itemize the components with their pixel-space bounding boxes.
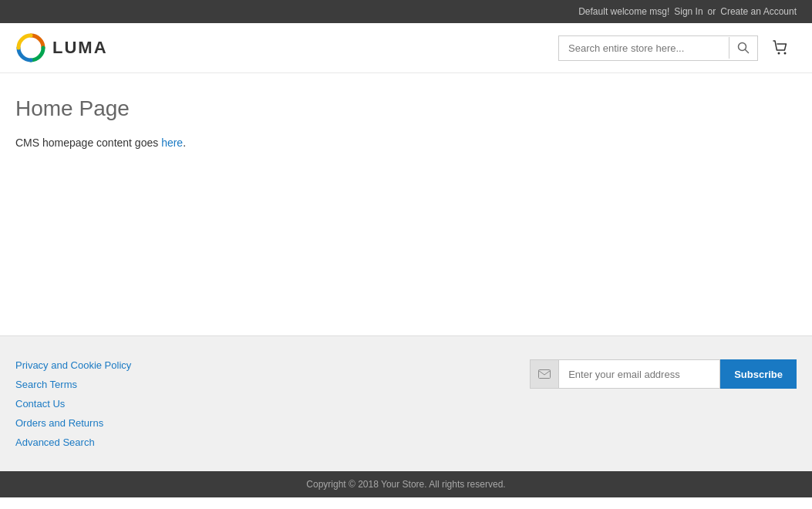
logo-icon bbox=[15, 32, 46, 63]
sign-in-link[interactable]: Sign In bbox=[674, 6, 702, 17]
footer-link-advanced-search[interactable]: Advanced Search bbox=[15, 437, 131, 448]
create-account-link[interactable]: Create an Account bbox=[720, 6, 797, 17]
cms-text-after: . bbox=[183, 137, 186, 149]
email-icon bbox=[538, 369, 551, 379]
search-icon bbox=[737, 42, 750, 54]
bottom-bar: Copyright © 2018 Your Store. All rights … bbox=[0, 471, 812, 497]
svg-line-2 bbox=[746, 50, 749, 53]
cms-content: CMS homepage content goes here. bbox=[15, 137, 797, 149]
copyright-text: Copyright © 2018 Your Store. All rights … bbox=[306, 479, 505, 490]
welcome-message: Default welcome msg! bbox=[578, 6, 669, 17]
cart-icon bbox=[772, 39, 790, 57]
svg-rect-5 bbox=[539, 370, 551, 379]
footer-link-orders[interactable]: Orders and Returns bbox=[15, 417, 131, 429]
logo-text: LUMA bbox=[52, 38, 108, 58]
footer-link-privacy[interactable]: Privacy and Cookie Policy bbox=[15, 359, 131, 371]
svg-point-4 bbox=[784, 52, 787, 55]
header-right bbox=[558, 35, 797, 61]
main-content: Home Page CMS homepage content goes here… bbox=[0, 73, 812, 335]
logo-link[interactable]: LUMA bbox=[15, 32, 108, 63]
newsletter-section: Subscribe bbox=[530, 359, 797, 389]
footer-link-search-terms[interactable]: Search Terms bbox=[15, 379, 131, 390]
newsletter-email-input[interactable] bbox=[558, 359, 720, 389]
site-footer: Privacy and Cookie Policy Search Terms C… bbox=[0, 335, 812, 471]
cms-text-before: CMS homepage content goes bbox=[15, 137, 161, 149]
site-header: LUMA bbox=[0, 23, 812, 73]
top-bar: Default welcome msg! Sign In or Create a… bbox=[0, 0, 812, 23]
page-title: Home Page bbox=[15, 96, 797, 121]
svg-point-3 bbox=[778, 52, 780, 55]
subscribe-button[interactable]: Subscribe bbox=[720, 359, 797, 389]
search-input[interactable] bbox=[559, 36, 729, 60]
search-form bbox=[558, 35, 758, 61]
or-separator: or bbox=[708, 6, 716, 17]
cart-button[interactable] bbox=[766, 35, 797, 60]
email-icon-wrap bbox=[530, 359, 558, 389]
cms-here-link[interactable]: here bbox=[161, 137, 183, 149]
footer-links: Privacy and Cookie Policy Search Terms C… bbox=[15, 359, 131, 448]
footer-link-contact[interactable]: Contact Us bbox=[15, 398, 131, 410]
search-button[interactable] bbox=[729, 37, 757, 59]
